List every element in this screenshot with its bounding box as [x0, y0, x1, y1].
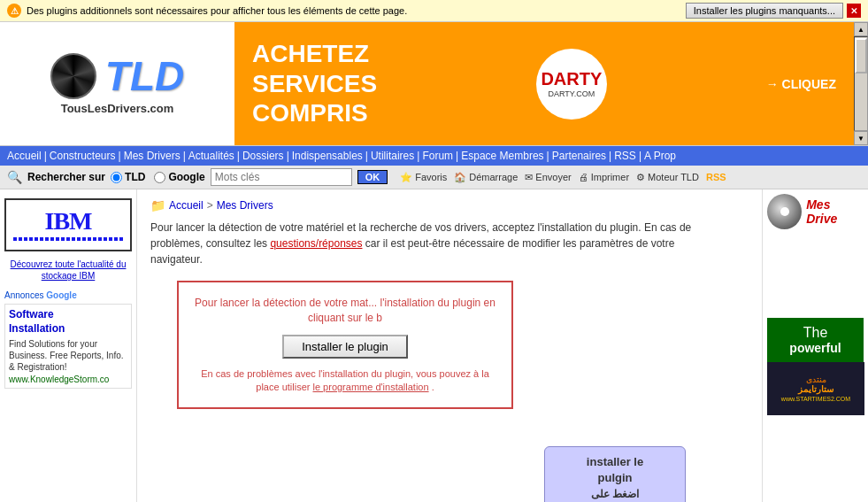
install-plugins-button[interactable]: Installer les plugins manquants... — [686, 3, 843, 19]
bottom-text1: En cas de problèmes avec l'installation … — [201, 368, 436, 379]
scroll-down-button[interactable]: ▼ — [854, 131, 868, 145]
toolbar-imprimer[interactable]: 🖨 Imprimer — [579, 172, 629, 182]
nav-indispensables[interactable]: Indispensables — [292, 150, 363, 162]
site-logo: TLD TousLesDrivers.com — [50, 52, 184, 115]
ibm-stripes — [13, 237, 123, 241]
install-plugin-button[interactable]: Installer le plugin — [282, 335, 408, 359]
vertical-scrollbar[interactable]: ▲ ▼ — [854, 22, 868, 145]
plugin-install-box: Pour lancer la détection de votre mat...… — [177, 281, 513, 409]
folder-icon: 📁 — [150, 198, 165, 212]
ad-title-line2: Installation — [9, 322, 65, 335]
main-container: IBM Découvrez toute l'actualité du stock… — [0, 189, 868, 502]
ad-cta[interactable]: → CLIQUEZ — [766, 77, 836, 91]
print-icon: 🖨 — [579, 172, 588, 182]
nav-actualites[interactable]: Actualités — [188, 150, 234, 162]
sidebar-ad[interactable]: Software Installation Find Solutions for… — [4, 304, 132, 389]
nav-espace-membres[interactable]: Espace Membres — [461, 150, 543, 162]
tooltip-arabic: اضغط على — [591, 488, 639, 500]
notification-close-button[interactable]: ✕ — [847, 4, 861, 18]
startimes-url: www.STARTIMES2.COM — [781, 396, 850, 402]
header-banner: TLD TousLesDrivers.com ACHETEZ SERVICES … — [0, 22, 868, 146]
scroll-thumb[interactable] — [855, 38, 867, 73]
tooltip-bubble: installer le pulgin اضغط على — [544, 446, 686, 502]
annonces-text: Annonces — [4, 290, 46, 300]
nav-mes-drivers[interactable]: Mes Drivers — [124, 150, 181, 162]
toolbar-favoris[interactable]: ⭐ Favoris — [400, 172, 447, 183]
ibm-link[interactable]: Découvrez toute l'actualité du stockage … — [11, 259, 127, 281]
content-area: 📁 Accueil > Mes Drivers Pour lancer la d… — [137, 189, 762, 502]
nav-rss[interactable]: RSS — [614, 150, 636, 162]
ad-title: Software Installation — [9, 308, 127, 336]
nav-forum[interactable]: Forum — [422, 150, 453, 162]
nav-sep-4: | — [237, 150, 240, 162]
ad-body: Find Solutions for your Business. Free R… — [9, 338, 127, 373]
search-ok-button[interactable]: OK — [357, 170, 388, 184]
nav-sep-3: | — [183, 150, 186, 162]
nav-sep-1: | — [44, 150, 47, 162]
nav-accueil[interactable]: Accueil — [7, 150, 42, 162]
radio-tld[interactable] — [111, 172, 122, 183]
plugin-bottom-text: En cas de problèmes avec l'installation … — [192, 367, 498, 395]
search-radio-group: TLD Google — [111, 171, 205, 183]
right-ad-container[interactable]: The powerful منتدى ستارتايمز www.STARTIM… — [767, 318, 864, 415]
moteur-label: Moteur TLD — [648, 172, 699, 182]
nav-sep-6: | — [365, 150, 368, 162]
right-ad-line1: The — [774, 325, 856, 341]
toolbar: ⭐ Favoris 🏠 Démarrage ✉ Envoyer 🖨 Imprim… — [400, 172, 726, 183]
nav-utilitaires[interactable]: Utilitaires — [371, 150, 414, 162]
search-icon: 🔍 — [7, 170, 22, 184]
breadcrumb: 📁 Accueil > Mes Drivers — [150, 198, 749, 212]
ad-banner[interactable]: ACHETEZ SERVICES COMPRIS DARTY DARTY.COM… — [234, 22, 854, 145]
plugin-top-text: Pour lancer la détection de votre mat...… — [192, 296, 498, 326]
tooltip-line2: pulgin — [598, 471, 633, 484]
mes-drivers-text: Mes Drive — [806, 197, 864, 226]
radio-google[interactable] — [154, 172, 165, 183]
ad-text: ACHETEZ SERVICES COMPRIS — [252, 39, 377, 128]
nav-sep-11: | — [639, 150, 641, 162]
send-icon: ✉ — [525, 172, 533, 183]
darty-url: DARTY.COM — [549, 89, 595, 98]
scroll-up-button[interactable]: ▲ — [854, 22, 868, 36]
nav-partenaires[interactable]: Partenaires — [552, 150, 606, 162]
nav-aprop[interactable]: A Prop — [644, 150, 676, 162]
startimes-bottom: ستارتايمز — [798, 384, 833, 394]
toolbar-rss[interactable]: RSS — [706, 172, 726, 182]
toolbar-demarrage[interactable]: 🏠 Démarrage — [454, 172, 518, 183]
startimes-top: منتدى — [806, 375, 826, 384]
bottom-text3: . — [432, 382, 434, 392]
envoyer-label: Envoyer — [535, 172, 571, 182]
ad-url: www.KnowledgeStorm.co — [9, 375, 127, 384]
nav-sep-2: | — [119, 150, 121, 162]
notification-bar: ⚠ Des plugins additionnels sont nécessai… — [0, 0, 868, 22]
radio-tld-label: TLD — [111, 171, 145, 183]
toolbar-envoyer[interactable]: ✉ Envoyer — [525, 172, 571, 183]
radio-google-text: Google — [168, 171, 204, 183]
startimes-logo[interactable]: منتدى ستارتايمز www.STARTIMES2.COM — [767, 362, 864, 415]
ibm-logo-box[interactable]: IBM — [4, 198, 132, 251]
notification-left: ⚠ Des plugins additionnels sont nécessai… — [7, 4, 407, 18]
breadcrumb-current[interactable]: Mes Drivers — [217, 199, 273, 212]
google-text: Google — [46, 290, 76, 300]
nav-constructeurs[interactable]: Constructeurs — [50, 150, 116, 162]
programme-installation-link[interactable]: le programme d'installation — [312, 382, 428, 392]
nav-dossiers[interactable]: Dossiers — [242, 150, 284, 162]
nav-sep-8: | — [456, 150, 458, 162]
breadcrumb-home[interactable]: Accueil — [169, 199, 204, 212]
rss-icon: RSS — [706, 172, 726, 182]
tld-disc-icon — [50, 53, 96, 99]
nav-sep-7: | — [417, 150, 419, 162]
faq-link[interactable]: questions/réponses — [270, 237, 362, 250]
darty-name: DARTY — [541, 69, 602, 89]
warning-icon: ⚠ — [7, 4, 21, 18]
imprimer-label: Imprimer — [591, 172, 629, 182]
ad-line1: ACHETEZ — [252, 39, 377, 69]
ad-title-line1: Software — [9, 308, 54, 321]
scroll-track — [854, 36, 868, 131]
toolbar-moteur[interactable]: ⚙ Moteur TLD — [636, 172, 699, 183]
mes-drivers-logo: Mes Drive — [767, 194, 864, 229]
tagline-text: TousLesDrivers.com — [50, 102, 184, 115]
ad-line2: SERVICES — [252, 69, 377, 99]
radio-google-label: Google — [154, 171, 204, 183]
search-input[interactable] — [211, 168, 352, 186]
moteur-icon: ⚙ — [636, 172, 645, 183]
